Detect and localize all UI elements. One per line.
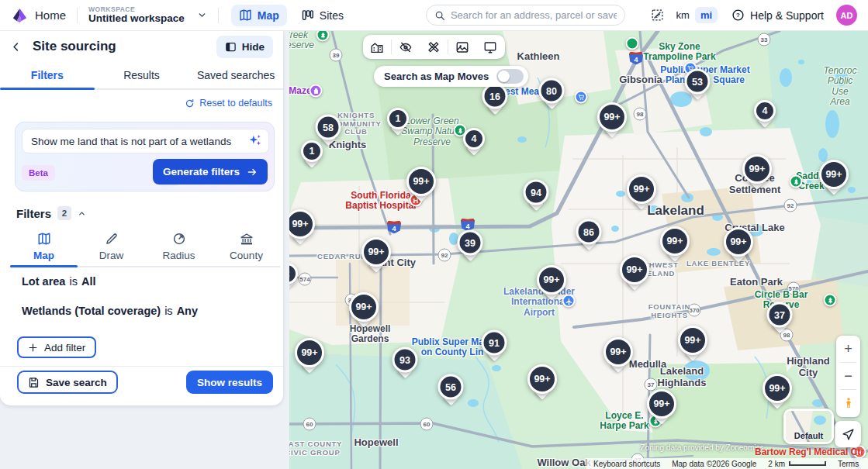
nav-map-button[interactable]: Map	[231, 5, 287, 26]
marker-count: 99+	[289, 209, 315, 239]
ai-prompt-input[interactable]	[22, 129, 269, 153]
route-shield: 98	[634, 108, 647, 121]
map-cluster-marker[interactable]: 86	[576, 219, 602, 245]
marker-count: 39	[458, 230, 483, 256]
map-layer-label: Default	[786, 431, 832, 440]
nav-sites-button[interactable]: Sites	[293, 5, 351, 26]
hide-markers-button[interactable]	[392, 35, 420, 59]
rule-value: All	[81, 275, 96, 288]
map-cluster-marker[interactable]: 99+	[537, 265, 566, 295]
map-cluster-marker[interactable]: 99+	[620, 255, 649, 285]
map-cluster-marker[interactable]: 91	[482, 330, 507, 356]
map-cluster-marker[interactable]: 37	[767, 302, 793, 328]
marker-count: 1	[301, 140, 323, 162]
tab-saved-searches[interactable]: Saved searches	[188, 62, 283, 88]
draw-measure-button[interactable]	[420, 35, 448, 59]
map-cluster-marker[interactable]: 99+	[627, 174, 656, 204]
show-results-button[interactable]: Show results	[186, 371, 273, 394]
map-cluster-marker[interactable]: 99+	[361, 237, 391, 267]
poi-cart-icon[interactable]	[575, 91, 588, 104]
map-cluster-marker[interactable]: 56	[438, 374, 464, 400]
poi-tree-icon[interactable]	[790, 175, 803, 188]
measure-ruler-icon[interactable]	[651, 9, 664, 22]
marker-count: 99+	[295, 338, 324, 367]
imagery-button[interactable]	[448, 35, 476, 59]
filter-rule-lot-area[interactable]: Lot area is All	[22, 275, 95, 288]
hide-panel-button[interactable]: Hide	[216, 36, 273, 58]
geo-tab-draw[interactable]: Draw	[78, 226, 145, 266]
tab-results[interactable]: Results	[95, 62, 189, 88]
map-layer-switcher[interactable]: Default	[783, 409, 834, 444]
help-support-button[interactable]: ? Help & Support	[731, 9, 824, 22]
terms-link[interactable]: Terms	[838, 460, 859, 468]
geo-tab-map[interactable]: Map	[10, 226, 78, 266]
map-cluster-marker[interactable]: 1	[301, 140, 323, 162]
chevron-down-icon[interactable]	[197, 10, 207, 20]
my-location-button[interactable]	[835, 421, 861, 447]
reset-to-defaults-button[interactable]: Reset to defaults	[185, 98, 272, 109]
map-cluster-marker[interactable]: 99+	[289, 209, 315, 239]
map-cluster-marker[interactable]: 99+	[660, 226, 690, 256]
zoom-out-button[interactable]: −	[836, 363, 860, 389]
map-cluster-marker[interactable]: 99+	[597, 102, 627, 132]
generate-filters-button[interactable]: Generate filters	[153, 159, 268, 184]
screen-view-button[interactable]	[476, 35, 504, 59]
zoom-in-button[interactable]: +	[836, 336, 860, 362]
geo-tab-county[interactable]: County	[213, 226, 280, 266]
zoning-layer-button[interactable]	[363, 35, 391, 59]
map-cluster-marker[interactable]: 99+	[819, 160, 849, 189]
geo-tab-radius[interactable]: Radius	[145, 226, 213, 266]
map-canvas[interactable]: KathleenGibsoniaKnightsLakelandCrystal L…	[289, 31, 868, 469]
map-cluster-marker[interactable]: 99+	[295, 338, 324, 367]
map-cluster-marker[interactable]: 93	[393, 347, 418, 373]
map-cluster-marker[interactable]: 4	[754, 100, 776, 122]
map-cluster-marker[interactable]: 1	[387, 108, 409, 129]
chevron-up-icon[interactable]	[78, 209, 86, 218]
street-view-pegman[interactable]	[836, 390, 860, 416]
global-search[interactable]	[426, 5, 625, 26]
app-logo-icon	[11, 6, 29, 24]
add-filter-button[interactable]: Add filter	[17, 336, 96, 358]
map-cluster-marker[interactable]: 94	[524, 180, 549, 205]
search-as-map-moves-toggle[interactable]	[496, 69, 524, 84]
workspace-switcher[interactable]: WORKSPACE Untitled workspace	[88, 6, 207, 24]
map-cluster-marker[interactable]: 4	[463, 128, 485, 150]
map-cluster-marker[interactable]: 99+	[678, 326, 707, 355]
map-cluster-marker[interactable]: 99+	[647, 389, 676, 419]
keyboard-shortcuts-link[interactable]: Keyboard shortcuts	[593, 460, 660, 468]
marker-count: 53	[685, 69, 711, 95]
home-button[interactable]: Home	[11, 6, 66, 24]
map-cluster-marker[interactable]: 99+	[527, 364, 557, 394]
rule-field: Wetlands (Total coverage)	[22, 305, 161, 317]
map-cluster-marker[interactable]: 58	[316, 115, 341, 140]
map-cluster-marker[interactable]: 99+	[603, 337, 633, 367]
poi-dot-icon[interactable]	[626, 37, 639, 50]
map-cluster-marker[interactable]: 80	[539, 78, 565, 104]
unit-km-toggle[interactable]: km	[671, 7, 695, 23]
map-cluster-marker[interactable]: 99+	[406, 167, 436, 196]
map-cluster-marker[interactable]: 99+	[763, 374, 792, 403]
map-cluster-marker[interactable]: 99+	[349, 292, 379, 322]
search-icon	[434, 10, 445, 21]
map-toolbar	[363, 35, 505, 59]
unit-mi-toggle[interactable]: mi	[695, 7, 718, 23]
save-search-button[interactable]: Save search	[17, 371, 118, 394]
map-cluster-marker[interactable]: 53	[685, 69, 711, 95]
tab-filters[interactable]: Filters	[0, 62, 95, 88]
filter-rule-wetlands[interactable]: Wetlands (Total coverage) is Any	[22, 305, 198, 317]
back-chevron-icon[interactable]	[10, 41, 22, 53]
poi-tree-icon[interactable]	[824, 294, 837, 307]
poi-tree-icon[interactable]	[316, 31, 330, 42]
map-cluster-marker[interactable]: 16	[482, 84, 508, 109]
avatar[interactable]: AD	[836, 5, 857, 26]
interstate-shield: 4	[629, 52, 644, 65]
poi-bag-icon[interactable]	[310, 84, 323, 98]
route-shield: 570	[787, 282, 801, 295]
map-cluster-marker[interactable]: 39	[458, 230, 483, 256]
map-place-label: Hopewell	[354, 437, 398, 449]
poi-plane-icon[interactable]	[562, 295, 576, 308]
map-cluster-marker[interactable]: 2	[289, 263, 298, 285]
search-input[interactable]	[451, 9, 617, 21]
map-cluster-marker[interactable]: 99+	[742, 154, 772, 184]
map-cluster-marker[interactable]: 99+	[724, 227, 753, 257]
